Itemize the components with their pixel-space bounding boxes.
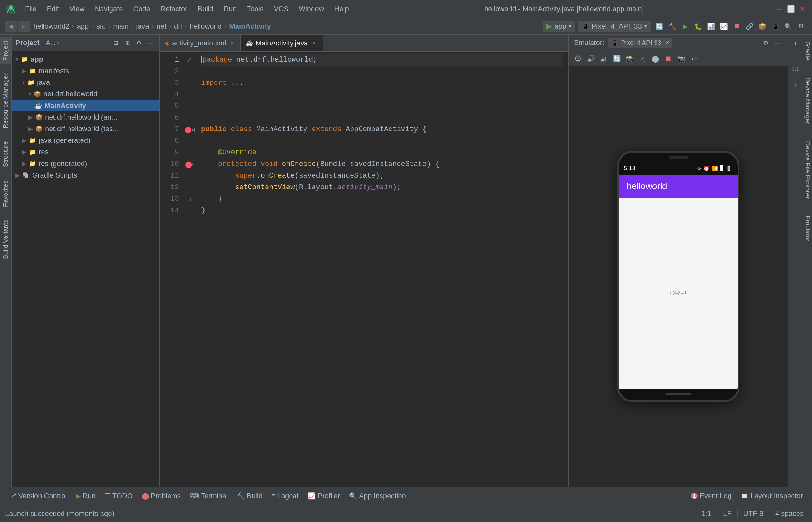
minimize-button[interactable]: — bbox=[775, 4, 784, 14]
gear-icon[interactable]: ⚙ bbox=[134, 38, 144, 48]
menu-tools[interactable]: Tools bbox=[243, 3, 268, 15]
tab-close-java[interactable]: ✕ bbox=[311, 39, 318, 47]
menu-view[interactable]: View bbox=[65, 3, 89, 15]
tree-item-manifests[interactable]: ▶ 📁 manifests bbox=[12, 65, 160, 77]
zoom-out-button[interactable]: − bbox=[789, 52, 802, 64]
line-ending[interactable]: LF bbox=[720, 508, 735, 519]
device-file-explorer-tab[interactable]: Device File Explorer bbox=[802, 137, 812, 203]
tree-item-package[interactable]: ▾ 📦 net.drf.helloworld bbox=[12, 88, 160, 100]
emulator-minimize-button[interactable]: — bbox=[772, 38, 783, 48]
zoom-in-button[interactable]: + bbox=[789, 37, 802, 50]
collapse-all-button[interactable]: ⊟ bbox=[110, 38, 121, 48]
breadcrumb-main[interactable]: main bbox=[113, 22, 128, 31]
emulator-device-selector[interactable]: 📱 Pixel 4 API 33 ✕ bbox=[608, 38, 672, 48]
rotate-button[interactable]: 🔄 bbox=[611, 53, 622, 64]
event-log-button[interactable]: 1 Event Log bbox=[687, 490, 735, 502]
home-button[interactable]: ⬤ bbox=[650, 53, 661, 64]
volume-down-button[interactable]: 🔉 bbox=[598, 53, 609, 64]
tree-item-res-gen[interactable]: ▶ 📁 res (generated) bbox=[12, 158, 160, 169]
camera-button[interactable]: 📷 bbox=[676, 53, 687, 64]
volume-up-button[interactable]: 🔊 bbox=[586, 53, 596, 64]
breadcrumb-mainactivity[interactable]: MainActivity bbox=[229, 22, 271, 31]
search-everywhere-button[interactable]: 🔍 bbox=[783, 21, 794, 32]
sync-button[interactable]: 🔄 bbox=[653, 21, 665, 32]
menu-help[interactable]: Help bbox=[330, 3, 353, 15]
app-inspection-button[interactable]: 🔍 App Inspection bbox=[345, 490, 410, 502]
settings-button[interactable]: ⚙ bbox=[795, 21, 807, 32]
version-control-button[interactable]: ⎇ Version Control bbox=[5, 490, 70, 502]
project-tab[interactable]: Project bbox=[0, 37, 11, 64]
device-manager-tab[interactable]: Device Manager bbox=[802, 74, 812, 128]
attach-button[interactable]: 🔗 bbox=[744, 21, 755, 32]
problems-button[interactable]: ⬤ Problems bbox=[138, 490, 185, 502]
minimize-panel-button[interactable]: — bbox=[145, 38, 156, 48]
tree-item-package-tes[interactable]: ▶ 📦 net.drf.helloworld (tes... bbox=[12, 123, 160, 135]
nav-back-button[interactable]: ◀ bbox=[5, 21, 17, 32]
menu-code[interactable]: Code bbox=[129, 3, 155, 15]
menu-refactor[interactable]: Refactor bbox=[156, 3, 192, 15]
run-button[interactable]: ▶ bbox=[679, 21, 691, 32]
code-content[interactable]: package net.drf.helloworld; import ... p… bbox=[196, 52, 568, 486]
screenshot-button[interactable]: 📸 bbox=[624, 53, 635, 64]
breadcrumb-net[interactable]: net bbox=[157, 22, 167, 31]
stop-emulator-button[interactable]: ⏹ bbox=[663, 53, 674, 64]
tree-item-package-and[interactable]: ▶ 📦 net.drf.helloworld (an... bbox=[12, 112, 160, 123]
back-button[interactable]: ◁ bbox=[637, 53, 648, 64]
build-variants-tab[interactable]: Build Variants bbox=[0, 217, 11, 262]
locate-file-button[interactable]: ⊕ bbox=[122, 38, 133, 48]
close-button[interactable]: ✕ bbox=[798, 4, 807, 14]
sdk-manager-button[interactable]: 📦 bbox=[756, 21, 768, 32]
more-button[interactable]: ⋯ bbox=[702, 53, 712, 64]
menu-window[interactable]: Window bbox=[294, 3, 328, 15]
tree-item-mainactivity[interactable]: ☕ MainActivity bbox=[12, 100, 160, 112]
tree-item-gradle[interactable]: ▶ 🐘 Gradle Scripts bbox=[12, 169, 160, 181]
breadcrumb-app[interactable]: app bbox=[77, 22, 89, 31]
emulator-settings-button[interactable]: ⚙ bbox=[760, 38, 771, 48]
menu-edit[interactable]: Edit bbox=[42, 3, 63, 15]
breadcrumb-src[interactable]: src bbox=[96, 22, 106, 31]
profiler-button[interactable]: 📈 Profiler bbox=[304, 490, 344, 502]
tree-item-res[interactable]: ▶ 📁 res bbox=[12, 146, 160, 158]
breadcrumb-java[interactable]: java bbox=[136, 22, 149, 31]
emulator-right-tab[interactable]: Emulator bbox=[802, 212, 812, 245]
tree-item-app[interactable]: ▾ 📁 app bbox=[12, 54, 160, 65]
menu-build[interactable]: Build bbox=[193, 3, 218, 15]
emulator-device-close[interactable]: ✕ bbox=[665, 40, 669, 46]
coverage-button[interactable]: 📊 bbox=[705, 21, 717, 32]
breadcrumb-helloworld[interactable]: helloworld bbox=[190, 22, 222, 31]
menu-navigate[interactable]: Navigate bbox=[90, 3, 128, 15]
nav-forward-button[interactable]: ▶ bbox=[18, 21, 29, 32]
breadcrumb-drf[interactable]: drf bbox=[174, 22, 182, 31]
fit-button[interactable]: ⊡ bbox=[789, 78, 802, 91]
structure-tab[interactable]: Structure bbox=[0, 138, 11, 170]
device-selector[interactable]: 📱 Pixel_4_API_33 ▾ bbox=[578, 21, 651, 32]
encoding[interactable]: UTF-8 bbox=[740, 508, 767, 519]
terminal-button[interactable]: ⌨ Terminal bbox=[186, 490, 232, 502]
build-tool-button[interactable]: 🔨 Build bbox=[233, 490, 266, 502]
power-button[interactable]: ⏻ bbox=[573, 53, 584, 64]
favorites-tab[interactable]: Favorites bbox=[0, 177, 11, 210]
run-tool-button[interactable]: ▶ Run bbox=[72, 490, 99, 502]
resource-manager-tab[interactable]: Resource Manager bbox=[0, 70, 11, 132]
breadcrumb-helloworld2[interactable]: helloworld2 bbox=[34, 22, 69, 31]
tab-mainactivity-java[interactable]: ☕ MainActivity.java ✕ bbox=[241, 35, 323, 51]
menu-run[interactable]: Run bbox=[219, 3, 241, 15]
tab-activity-main-xml[interactable]: ◈ activity_main.xml ✕ bbox=[160, 35, 241, 51]
layout-inspector-button[interactable]: 🔲 Layout Inspector bbox=[737, 490, 807, 502]
avd-manager-button[interactable]: 📱 bbox=[769, 21, 781, 32]
gradle-tab[interactable]: Gradle bbox=[802, 37, 812, 64]
menu-file[interactable]: File bbox=[21, 3, 41, 15]
replay-button[interactable]: ↩ bbox=[689, 53, 699, 64]
tree-item-java[interactable]: ▾ 📁 java bbox=[12, 77, 160, 88]
tab-close-xml[interactable]: ✕ bbox=[228, 39, 235, 47]
logcat-button[interactable]: ≡ Logcat bbox=[268, 490, 303, 502]
todo-button[interactable]: ☰ TODO bbox=[101, 490, 137, 502]
tree-item-java-gen[interactable]: ▶ 📁 java (generated) bbox=[12, 135, 160, 146]
make-button[interactable]: 🔨 bbox=[666, 21, 678, 32]
cursor-position[interactable]: 1:1 bbox=[698, 508, 714, 519]
run-config-selector[interactable]: ▶ app ▾ bbox=[543, 21, 575, 32]
indent-info[interactable]: 4 spaces bbox=[772, 508, 807, 519]
stop-button[interactable]: ⏹ bbox=[731, 21, 743, 32]
debug-button[interactable]: 🐛 bbox=[692, 21, 704, 32]
maximize-button[interactable]: ⬜ bbox=[786, 4, 795, 14]
